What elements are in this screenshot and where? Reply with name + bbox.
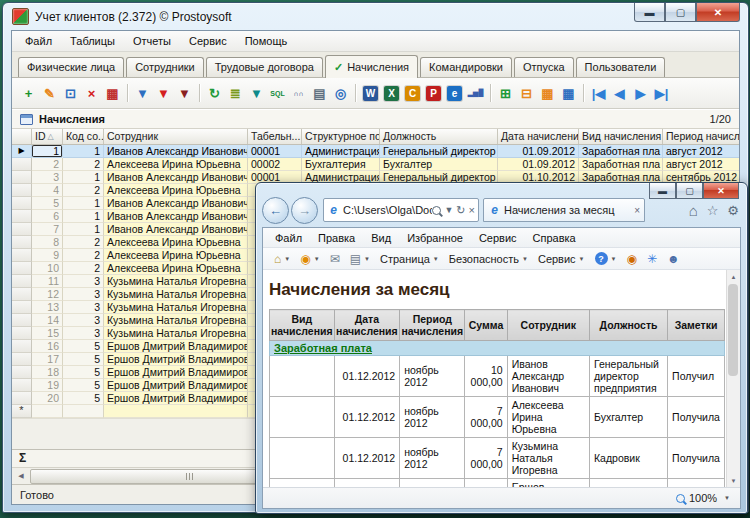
tab-item[interactable]: Пользователи: [576, 57, 666, 77]
tab-close-icon[interactable]: ×: [634, 205, 640, 216]
accrual_date-cell[interactable]: 01.09.2012: [498, 145, 579, 158]
code-cell[interactable]: 3: [63, 275, 104, 288]
menu-item[interactable]: Файл: [16, 33, 61, 49]
row-selector[interactable]: ▶: [12, 145, 32, 158]
code-cell[interactable]: 5: [63, 353, 104, 366]
id-cell[interactable]: 15: [32, 327, 63, 340]
menu-item[interactable]: Помощь: [236, 33, 297, 49]
ie-menu-item[interactable]: Файл: [267, 230, 310, 246]
grid-col-header[interactable]: Вид начисления: [579, 129, 663, 144]
id-cell[interactable]: 11: [32, 275, 63, 288]
code-cell[interactable]: 3: [63, 327, 104, 340]
search-icon[interactable]: [432, 206, 441, 215]
menu-item[interactable]: Отчеты: [124, 33, 180, 49]
tab-active[interactable]: ✓Начисления: [325, 55, 418, 78]
grid-col-header[interactable]: Дата начисления: [498, 129, 579, 144]
refresh-icon[interactable]: ↻: [456, 204, 465, 217]
home-icon[interactable]: ⌂▼: [269, 251, 295, 267]
row-selector[interactable]: [12, 223, 32, 236]
employee-cell[interactable]: Иванов Александр Иванович: [104, 223, 248, 236]
group-tree-icon[interactable]: ≣: [225, 83, 246, 104]
addon-icon-2[interactable]: ✳: [642, 251, 662, 267]
nav-next-icon[interactable]: ▶: [630, 83, 651, 104]
id-cell[interactable]: 6: [32, 210, 63, 223]
dept-cell[interactable]: Администрация: [302, 145, 380, 158]
employee-cell[interactable]: Иванов Александр Иванович: [104, 171, 248, 184]
menu-item[interactable]: Таблицы: [61, 33, 124, 49]
id-cell[interactable]: 2: [32, 158, 63, 171]
code-cell[interactable]: 5: [63, 366, 104, 379]
code-cell[interactable]: 2: [63, 184, 104, 197]
grid-col-header[interactable]: Структурное по...: [302, 129, 380, 144]
id-cell[interactable]: 20: [32, 392, 63, 405]
row-selector[interactable]: [12, 249, 32, 262]
ie-close-button[interactable]: ✕: [703, 183, 739, 199]
scroll-down-icon[interactable]: ▼: [727, 474, 740, 487]
code-cell[interactable]: 5: [63, 392, 104, 405]
row-selector[interactable]: [12, 262, 32, 275]
export-word-icon[interactable]: W: [363, 86, 378, 101]
browser-tab[interactable]: e Начисления за месяц ×: [483, 198, 645, 222]
employee-cell[interactable]: Кузьмина Наталья Игоревна: [104, 301, 248, 314]
nav-prev-icon[interactable]: ◀: [609, 83, 630, 104]
id-cell[interactable]: 8: [32, 236, 63, 249]
empty-cell[interactable]: [104, 405, 248, 418]
employee-cell[interactable]: Кузьмина Наталья Игоревна: [104, 314, 248, 327]
filter-icon[interactable]: ▼: [132, 83, 153, 104]
row-selector[interactable]: [12, 353, 32, 366]
edit-report-icon[interactable]: ⊟: [516, 83, 537, 104]
code-cell[interactable]: 1: [63, 145, 104, 158]
code-cell[interactable]: 1: [63, 197, 104, 210]
id-cell[interactable]: 1: [32, 145, 63, 158]
new-report-icon[interactable]: ⊞: [495, 83, 516, 104]
code-cell[interactable]: 3: [63, 301, 104, 314]
code-cell[interactable]: 5: [63, 379, 104, 392]
row-selector[interactable]: [12, 184, 32, 197]
nav-last-icon[interactable]: ▶|: [651, 83, 672, 104]
copy-record-icon[interactable]: ⊡: [60, 83, 81, 104]
employee-cell[interactable]: Иванов Александр Иванович: [104, 197, 248, 210]
grid-row[interactable]: ▶11Иванов Александр Иванович00001Админис…: [12, 145, 739, 158]
page-menu[interactable]: Страница▼: [375, 252, 444, 266]
zoom-control[interactable]: 100% ▼: [676, 492, 730, 504]
employee-cell[interactable]: Ершов Дмитрий Владимирович: [104, 392, 248, 405]
grid-col-header[interactable]: Период начисления: [663, 129, 739, 144]
grid-col-header[interactable]: Сотрудник: [104, 129, 248, 144]
design-table-icon[interactable]: ▦: [558, 83, 579, 104]
tools-menu[interactable]: Сервис▼: [533, 252, 590, 266]
tab-item[interactable]: Трудовые договора: [206, 57, 323, 77]
employee-cell[interactable]: Кузьмина Наталья Игоревна: [104, 275, 248, 288]
tab-item[interactable]: Командировки: [420, 57, 512, 77]
group-link[interactable]: Заработная плата: [274, 342, 372, 354]
export-html-icon[interactable]: e: [447, 86, 462, 101]
employee-cell[interactable]: Иванов Александр Иванович: [104, 145, 248, 158]
id-cell[interactable]: 16: [32, 340, 63, 353]
dept-cell[interactable]: Бухгалтерия: [302, 158, 380, 171]
id-cell[interactable]: 5: [32, 197, 63, 210]
safety-menu[interactable]: Безопасность▼: [444, 252, 533, 266]
address-text[interactable]: C:\Users\Olga\Doc: [343, 204, 432, 216]
ie-menu-item[interactable]: Избранное: [399, 230, 471, 246]
row-selector[interactable]: [12, 171, 32, 184]
id-cell[interactable]: 13: [32, 301, 63, 314]
scroll-up-icon[interactable]: ▲: [727, 270, 740, 283]
position-cell[interactable]: Бухгалтер: [380, 158, 498, 171]
filter-remove-icon[interactable]: ▼: [174, 83, 195, 104]
export-pdf-icon[interactable]: P: [426, 86, 441, 101]
employee-cell[interactable]: Алексеева Ирина Юрьевна: [104, 184, 248, 197]
accrual_type-cell[interactable]: Заработная пла: [579, 158, 663, 171]
close-button[interactable]: ✕: [696, 3, 740, 22]
id-cell[interactable]: 3: [32, 171, 63, 184]
accrual_date-cell[interactable]: 01.09.2012: [498, 158, 579, 171]
code-cell[interactable]: 2: [63, 158, 104, 171]
id-cell[interactable]: 9: [32, 249, 63, 262]
empty-cell[interactable]: [63, 405, 104, 418]
chart-icon[interactable]: ▂▅█: [465, 83, 486, 104]
refresh-icon[interactable]: ↻: [204, 83, 225, 104]
employee-cell[interactable]: Алексеева Ирина Юрьевна: [104, 158, 248, 171]
employee-cell[interactable]: Алексеева Ирина Юрьевна: [104, 262, 248, 275]
row-selector[interactable]: [12, 327, 32, 340]
code-cell[interactable]: 1: [63, 171, 104, 184]
zoom-dropdown-icon[interactable]: ▼: [724, 495, 730, 501]
row-selector[interactable]: [12, 275, 32, 288]
